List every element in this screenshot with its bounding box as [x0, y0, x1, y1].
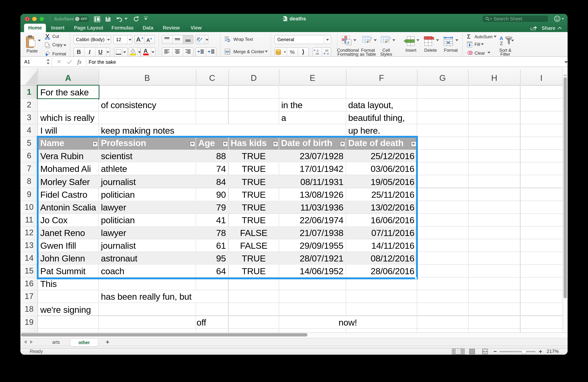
svg-text:.00: .00: [325, 49, 328, 52]
svg-text:ab: ab: [197, 36, 201, 41]
svg-text:A: A: [500, 36, 503, 41]
svg-text:x: x: [283, 18, 284, 20]
svg-text:Z: Z: [500, 40, 503, 46]
svg-text:.00: .00: [315, 52, 319, 55]
svg-text:≠: ≠: [347, 40, 349, 45]
svg-text:.0: .0: [326, 52, 329, 55]
svg-text:.0: .0: [316, 49, 319, 52]
